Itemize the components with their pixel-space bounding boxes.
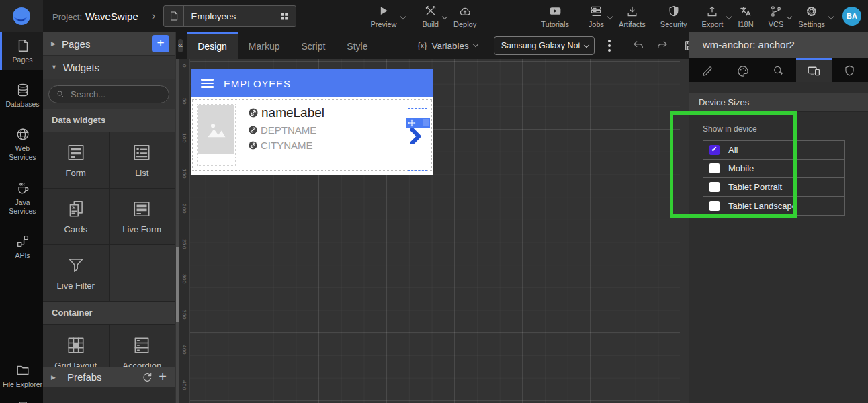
undo-button[interactable] bbox=[631, 38, 646, 53]
bind-link-icon bbox=[249, 108, 258, 118]
collapse-panel-button[interactable]: « bbox=[178, 39, 183, 52]
option-row-tablet-landscape[interactable]: Tablet Landscape bbox=[703, 197, 844, 216]
sidebar-item-web-services[interactable]: Web Services bbox=[0, 121, 43, 167]
pages-section-header[interactable]: ▶ Pages + bbox=[43, 32, 175, 56]
tab-style[interactable]: Style bbox=[336, 32, 378, 59]
device-select[interactable]: Samsung Galaxy Note III bbox=[494, 36, 595, 55]
selected-anchor-widget[interactable] bbox=[408, 108, 427, 171]
globe-icon bbox=[15, 127, 30, 142]
widgets-section-header[interactable]: ▼ Widgets bbox=[43, 56, 175, 79]
city-label-widget[interactable]: CITYNAME bbox=[249, 140, 431, 151]
i18n-button[interactable]: I18N bbox=[738, 5, 753, 28]
vcs-button[interactable]: VCS bbox=[769, 5, 784, 28]
mobile-page-title: EMPLOYEES bbox=[224, 78, 291, 89]
jobs-button[interactable]: Jobs bbox=[589, 5, 604, 28]
translate-icon bbox=[739, 5, 752, 18]
widget-tile-cards[interactable]: Cards bbox=[43, 189, 109, 244]
widget-tile-grid-layout[interactable]: Grid layout bbox=[43, 325, 109, 367]
image-placeholder bbox=[198, 105, 234, 154]
checkbox-mobile[interactable] bbox=[709, 163, 720, 173]
checkbox-tablet-landscape[interactable] bbox=[709, 201, 720, 211]
add-page-button[interactable]: + bbox=[152, 35, 169, 52]
video-tutorials-icon bbox=[548, 4, 562, 18]
tab-design[interactable]: Design bbox=[187, 32, 238, 59]
device-options-table: All Mobile Tablet Portrait Tablet Landsc… bbox=[703, 140, 845, 216]
build-button[interactable]: Build bbox=[423, 5, 439, 28]
pages-grid-icon[interactable] bbox=[279, 11, 290, 22]
bind-link-icon bbox=[249, 141, 257, 150]
breadcrumb-chevron-icon: › bbox=[152, 9, 156, 23]
redo-button[interactable] bbox=[655, 38, 670, 53]
handle-extension bbox=[423, 119, 429, 126]
variables-x-icon: {x} bbox=[417, 41, 427, 50]
design-canvas[interactable]: 0 50 100 150 200 250 300 350 400 450 EMP… bbox=[176, 59, 680, 403]
widget-tile-accordion[interactable]: Accordion bbox=[110, 325, 175, 367]
sidebar-item-java-services[interactable]: Java Services bbox=[0, 175, 43, 221]
chevron-down-icon bbox=[607, 13, 613, 19]
checkbox-tablet-portrait[interactable] bbox=[709, 182, 720, 192]
preview-button[interactable]: Preview bbox=[370, 5, 396, 28]
accordion-icon bbox=[132, 335, 152, 355]
list-item-widget[interactable]: nameLabel DEPTNAME CITYNAME bbox=[192, 99, 432, 171]
export-button[interactable]: Export bbox=[702, 5, 724, 28]
more-options-kebab-icon[interactable] bbox=[608, 40, 611, 52]
tab-markup[interactable]: Markup bbox=[238, 32, 291, 59]
event-cursor-icon bbox=[772, 64, 785, 78]
gear-icon bbox=[805, 5, 818, 18]
page-icon bbox=[164, 6, 184, 26]
prefabs-section-header[interactable]: ▶ Prefabs + bbox=[43, 367, 175, 387]
widget-search-input[interactable]: Search... bbox=[48, 85, 169, 103]
tab-script[interactable]: Script bbox=[291, 32, 337, 59]
top-bar: Project:WaveSwipe › Employees Preview Bu… bbox=[0, 0, 868, 32]
page-selector[interactable]: Employees bbox=[163, 5, 296, 27]
api-nodes-icon bbox=[15, 234, 30, 249]
deploy-button[interactable]: Deploy bbox=[453, 5, 476, 28]
sidebar-item-pages[interactable]: Pages bbox=[0, 32, 43, 70]
chevron-down-icon bbox=[442, 13, 447, 19]
tab-styles[interactable] bbox=[725, 58, 761, 82]
widget-tile-list[interactable]: List bbox=[110, 132, 175, 188]
widget-tile-live-form[interactable]: Live Form bbox=[110, 189, 175, 244]
sidebar-item-document[interactable] bbox=[0, 394, 43, 403]
picture-icon bbox=[205, 118, 228, 141]
security-button[interactable]: Security bbox=[660, 5, 687, 28]
tab-devices[interactable] bbox=[796, 58, 832, 82]
user-avatar[interactable]: BA bbox=[842, 7, 861, 26]
hamburger-menu-icon[interactable] bbox=[201, 79, 214, 88]
widget-move-handle[interactable] bbox=[406, 118, 430, 128]
settings-button[interactable]: Settings bbox=[798, 5, 825, 28]
artifacts-button[interactable]: Artifacts bbox=[619, 5, 646, 28]
dept-label-widget[interactable]: DEPTNAME bbox=[249, 124, 431, 136]
mobile-page-header[interactable]: EMPLOYEES bbox=[191, 69, 433, 97]
tab-properties[interactable] bbox=[689, 58, 725, 82]
image-cell[interactable] bbox=[197, 104, 236, 166]
left-sidebar: Pages Databases Web Services Java Servic… bbox=[0, 32, 43, 403]
add-prefab-button[interactable]: + bbox=[159, 369, 167, 385]
name-label-widget[interactable]: nameLabel bbox=[249, 105, 431, 120]
widget-palette: ▶ Pages + ▼ Widgets Search... Data widge… bbox=[43, 32, 175, 403]
option-row-tablet-portrait[interactable]: Tablet Portrait bbox=[703, 178, 844, 197]
widget-tile-live-filter[interactable]: Live Filter bbox=[43, 245, 109, 301]
wavemaker-logo[interactable] bbox=[0, 0, 43, 32]
tab-security[interactable] bbox=[832, 58, 867, 82]
sidebar-item-apis[interactable]: APIs bbox=[0, 228, 43, 265]
expanded-triangle-icon: ▼ bbox=[51, 64, 57, 71]
checkbox-all[interactable] bbox=[709, 145, 720, 155]
page-content: nameLabel DEPTNAME CITYNAME bbox=[191, 97, 433, 175]
option-row-all[interactable]: All bbox=[703, 141, 844, 160]
collapsed-triangle-icon: ▶ bbox=[51, 40, 56, 47]
variables-button[interactable]: {x} Variables bbox=[417, 41, 477, 51]
shield-outline-icon bbox=[843, 64, 856, 77]
tab-events[interactable] bbox=[761, 58, 796, 82]
branch-icon bbox=[769, 5, 783, 18]
filter-funnel-icon bbox=[66, 255, 86, 275]
widget-tile-form[interactable]: Form bbox=[43, 132, 109, 188]
tutorials-button[interactable]: Tutorials bbox=[541, 4, 569, 28]
editor-area: « Design Markup Script Style {x} Variabl… bbox=[176, 32, 689, 403]
option-row-mobile[interactable]: Mobile bbox=[703, 160, 844, 179]
sidebar-item-file-explorer[interactable]: File Explorer bbox=[0, 357, 43, 394]
sidebar-item-databases[interactable]: Databases bbox=[0, 77, 43, 114]
refresh-icon[interactable] bbox=[141, 371, 153, 384]
document-icon bbox=[15, 400, 30, 403]
anchor-chevron-icon[interactable] bbox=[410, 128, 422, 144]
